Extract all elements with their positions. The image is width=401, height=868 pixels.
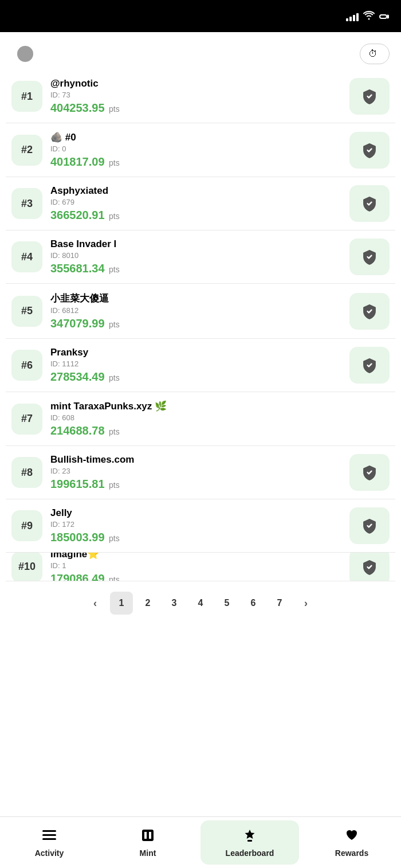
- player-score: 185003.99 pts: [50, 531, 341, 544]
- nav-item-mint[interactable]: Mint: [99, 817, 197, 868]
- player-name: @rhynotic: [50, 78, 341, 89]
- rank-badge: #5: [11, 296, 42, 327]
- player-info: Base Invader I ID: 8010 355681.34 pts: [50, 238, 341, 275]
- wifi-icon: [363, 11, 375, 22]
- shield-button[interactable]: [349, 507, 390, 544]
- player-name: Base Invader I: [50, 238, 341, 250]
- pagination-next[interactable]: ›: [294, 592, 317, 615]
- player-info: mint TaraxaPunks.xyz 🌿 ID: 608 214688.78…: [50, 400, 390, 437]
- rank-badge: #6: [11, 350, 42, 381]
- player-info: 🪨 #0 ID: 0 401817.09 pts: [50, 131, 341, 169]
- shield-button[interactable]: [349, 454, 390, 491]
- player-info: 小韭菜大傻逼 ID: 6812 347079.99 pts: [50, 292, 341, 330]
- player-score: 355681.34 pts: [50, 262, 341, 275]
- shield-button[interactable]: [349, 78, 390, 115]
- shield-button[interactable]: [349, 238, 390, 275]
- rank-badge: #10: [11, 553, 42, 581]
- activity-icon: [41, 827, 57, 846]
- player-score: 214688.78 pts: [50, 424, 390, 437]
- player-info: Asphyxiated ID: 679 366520.91 pts: [50, 185, 341, 222]
- leaderboard-icon: [242, 827, 258, 846]
- player-id: ID: 0: [50, 144, 341, 153]
- rewards-icon: [344, 827, 360, 846]
- pagination-page-5[interactable]: 5: [215, 592, 238, 615]
- pagination-page-2[interactable]: 2: [136, 592, 159, 615]
- leaderboard-row: #9 Jelly ID: 172 185003.99 pts: [6, 499, 395, 553]
- player-info: Pranksy ID: 1112 278534.49 pts: [50, 347, 341, 384]
- leaderboard-row: #5 小韭菜大傻逼 ID: 6812 347079.99 pts: [6, 284, 395, 339]
- pagination-page-7[interactable]: 7: [268, 592, 291, 615]
- nav-item-activity[interactable]: Activity: [0, 817, 99, 868]
- player-id: ID: 23: [50, 467, 341, 475]
- player-id: ID: 73: [50, 91, 341, 99]
- leaderboard-row: #10 Imagine⭐ ID: 1 179086.49 pts: [6, 553, 395, 581]
- player-id: ID: 172: [50, 520, 341, 529]
- rank-badge: #3: [11, 188, 42, 219]
- nav-label-leaderboard: Leaderboard: [226, 849, 274, 858]
- nav-item-leaderboard[interactable]: Leaderboard: [200, 820, 299, 865]
- svg-rect-4: [144, 832, 147, 839]
- player-score: 278534.49 pts: [50, 370, 341, 384]
- player-info: Jelly ID: 172 185003.99 pts: [50, 507, 341, 544]
- leaderboard-row: #4 Base Invader I ID: 8010 355681.34 pts: [6, 230, 395, 284]
- leaderboard-list: #1 @rhynotic ID: 73 404253.95 pts #2 🪨 #…: [0, 70, 401, 581]
- pagination-page-3[interactable]: 3: [163, 592, 186, 615]
- player-score: 347079.99 pts: [50, 317, 341, 330]
- rank-badge: #9: [11, 510, 42, 541]
- player-name: Bullish-times.com: [50, 454, 341, 466]
- player-name: mint TaraxaPunks.xyz 🌿: [50, 400, 390, 412]
- bottom-nav: Activity Mint Leaderboard Rewards: [0, 816, 401, 868]
- shield-button[interactable]: [349, 293, 390, 330]
- svg-rect-5: [149, 832, 151, 839]
- header-left: [11, 46, 33, 62]
- player-score: 199615.81 pts: [50, 478, 341, 491]
- nav-label-rewards: Rewards: [335, 849, 368, 858]
- leaderboard-row: #6 Pranksy ID: 1112 278534.49 pts: [6, 339, 395, 392]
- status-bar: [0, 0, 401, 32]
- header: ⏱: [0, 32, 401, 70]
- info-button[interactable]: [17, 46, 33, 62]
- pagination: ‹1234567›: [0, 581, 401, 623]
- shield-button[interactable]: [349, 185, 390, 222]
- pagination-page-1[interactable]: 1: [110, 592, 133, 615]
- status-icons: [346, 11, 387, 22]
- svg-rect-0: [42, 830, 56, 832]
- svg-rect-2: [42, 838, 56, 840]
- rank-badge: #4: [11, 241, 42, 272]
- svg-rect-1: [42, 834, 56, 836]
- player-info: @rhynotic ID: 73 404253.95 pts: [50, 78, 341, 115]
- leaderboard-row: #7 mint TaraxaPunks.xyz 🌿 ID: 608 214688…: [6, 392, 395, 446]
- timer-button[interactable]: ⏱: [360, 44, 390, 64]
- mint-icon: [140, 827, 156, 846]
- battery-icon: [379, 14, 387, 19]
- player-info: Bullish-times.com ID: 23 199615.81 pts: [50, 454, 341, 491]
- nav-item-rewards[interactable]: Rewards: [302, 817, 401, 868]
- player-name: Asphyxiated: [50, 185, 341, 197]
- player-info: Imagine⭐ ID: 1 179086.49 pts: [50, 553, 341, 581]
- pagination-page-4[interactable]: 4: [189, 592, 212, 615]
- pagination-prev[interactable]: ‹: [84, 592, 107, 615]
- player-id: ID: 1112: [50, 359, 341, 368]
- player-id: ID: 1: [50, 561, 341, 570]
- player-name: 小韭菜大傻逼: [50, 292, 341, 305]
- player-id: ID: 679: [50, 198, 341, 206]
- shield-button[interactable]: [349, 132, 390, 169]
- nav-label-mint: Mint: [140, 849, 156, 858]
- player-id: ID: 6812: [50, 306, 341, 315]
- signal-icon: [346, 12, 359, 21]
- player-id: ID: 608: [50, 413, 390, 422]
- svg-rect-3: [142, 830, 154, 841]
- shield-button[interactable]: [349, 553, 390, 581]
- player-id: ID: 8010: [50, 251, 341, 260]
- shield-button[interactable]: [349, 347, 390, 384]
- leaderboard-row: #3 Asphyxiated ID: 679 366520.91 pts: [6, 177, 395, 230]
- player-name: Imagine⭐: [50, 553, 341, 560]
- leaderboard-row: #1 @rhynotic ID: 73 404253.95 pts: [6, 70, 395, 123]
- player-score: 366520.91 pts: [50, 209, 341, 222]
- player-score: 404253.95 pts: [50, 101, 341, 115]
- player-score: 401817.09 pts: [50, 155, 341, 169]
- pagination-page-6[interactable]: 6: [242, 592, 265, 615]
- nav-label-activity: Activity: [35, 849, 64, 858]
- svg-rect-6: [247, 840, 252, 842]
- player-name: Jelly: [50, 507, 341, 519]
